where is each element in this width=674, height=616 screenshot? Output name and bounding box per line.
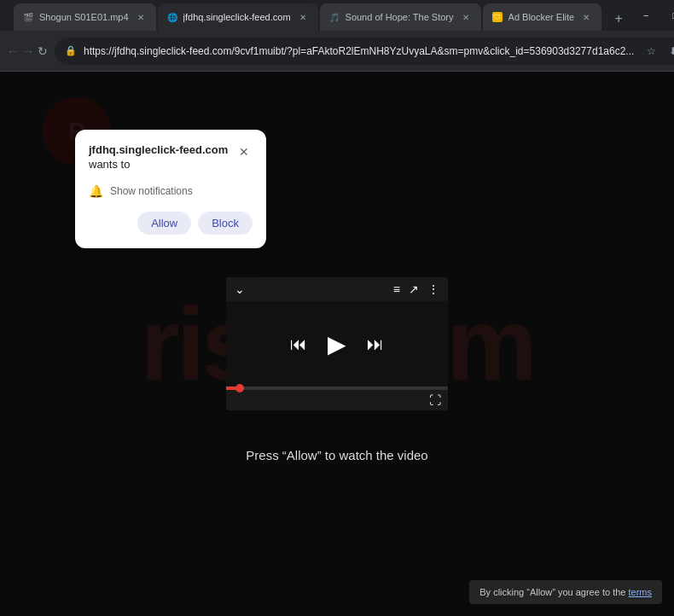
tab-title-shogun: Shogun S01E01.mp4 [39,12,129,22]
forward-button[interactable]: → [22,38,34,65]
video-caption: Press “Allow” to watch the video [246,448,427,462]
chevron-down-icon[interactable]: ⌄ [235,282,245,296]
tab-jfdhq[interactable]: 🌐 jfdhq.singleclick-feed.com ✕ [158,3,318,31]
share-icon[interactable]: ↗ [409,282,419,296]
video-progress-fill [226,386,240,390]
tab-shogun[interactable]: 🎬 Shogun S01E01.mp4 ✕ [14,3,156,31]
terms-link[interactable]: terms [629,587,653,597]
tab-strip: 🎬 Shogun S01E01.mp4 ✕ 🌐 jfdhq.singleclic… [14,0,630,31]
popup-domain: jfdhq.singleclick-feed.com [89,143,228,158]
popup-header: jfdhq.singleclick-feed.com wants to ✕ [89,143,253,181]
playlist-icon[interactable]: ≡ [393,282,400,296]
more-options-icon[interactable]: ⋮ [427,282,439,296]
video-top-bar: ⌄ ≡ ↗ ⋮ [226,277,448,301]
download-button[interactable]: ⬇ [663,41,674,61]
tab-favicon-jfdhq: 🌐 [166,11,178,23]
tab-sound-of-hope[interactable]: 🎵 Sound of Hope: The Story ✕ [320,3,481,31]
bottom-notice-text: By clicking “Allow” you agree to the [479,587,628,597]
bookmark-button[interactable]: ☆ [641,41,661,61]
address-bar[interactable]: 🔒 https://jfdhq.singleclick-feed.com/9cv… [55,38,674,65]
title-bar: 🎬 Shogun S01E01.mp4 ✕ 🌐 jfdhq.singleclic… [0,0,674,31]
address-actions: ☆ ⬇ 👤 ⋮ [641,41,674,61]
address-text: https://jfdhq.singleclick-feed.com/9cvf1… [84,45,634,57]
block-button[interactable]: Block [198,212,253,235]
tab-favicon-adblocker: 🛡 [491,11,503,23]
popup-actions: Allow Block [89,212,253,235]
back-button[interactable]: ← [7,38,19,65]
new-tab-button[interactable]: + [607,7,630,31]
tab-close-sound[interactable]: ✕ [459,10,473,24]
maximize-button[interactable]: □ [663,3,674,27]
bell-icon: 🔔 [89,184,103,198]
window-controls: − □ ✕ [634,3,674,27]
skip-back-button[interactable]: ⏮ [290,334,307,354]
popup-notification-row: 🔔 Show notifications [89,184,253,198]
popup-close-button[interactable]: ✕ [235,143,253,160]
video-fullscreen-bar: ⛶ [226,390,448,410]
tab-title-jfdhq: jfdhq.singleclick-feed.com [183,12,291,22]
toolbar: ← → ↻ 🔒 https://jfdhq.singleclick-feed.c… [0,31,674,72]
video-progress-bar[interactable] [226,386,448,390]
allow-button[interactable]: Allow [137,212,191,235]
fullscreen-button[interactable]: ⛶ [429,393,441,407]
video-progress-dot [235,384,244,392]
shield-icon: 🛡 [492,12,503,22]
tab-title-adblocker: Ad Blocker Elite [508,12,575,22]
notification-popup: jfdhq.singleclick-feed.com wants to ✕ 🔔 … [75,130,266,248]
tab-favicon-shogun: 🎬 [22,11,34,23]
bottom-notice: By clicking “Allow” you agree to the ter… [469,580,662,604]
play-button[interactable]: ▶ [328,330,346,358]
tab-close-adblocker[interactable]: ✕ [579,10,593,24]
popup-notification-text: Show notifications [110,185,193,197]
reload-button[interactable]: ↻ [38,38,48,65]
tab-close-jfdhq[interactable]: ✕ [296,10,310,24]
popup-domain-info: jfdhq.singleclick-feed.com wants to [89,143,228,181]
video-main-area: ⏮ ▶ ⏭ [226,301,448,386]
tab-title-sound: Sound of Hope: The Story [346,12,454,22]
minimize-button[interactable]: − [634,3,658,27]
tab-favicon-sound: 🎵 [328,11,340,23]
video-top-right: ≡ ↗ ⋮ [393,282,439,296]
video-player: ⌄ ≡ ↗ ⋮ ⏮ ▶ ⏭ ⛶ [226,277,448,410]
browser-frame: 🎬 Shogun S01E01.mp4 ✕ 🌐 jfdhq.singleclic… [0,0,674,616]
tab-close-shogun[interactable]: ✕ [134,10,148,24]
lock-icon: 🔒 [65,45,77,56]
popup-wants-to: wants to [89,158,228,171]
video-top-left: ⌄ [235,282,245,296]
skip-forward-button[interactable]: ⏭ [367,334,384,354]
page-content: risa.com R ⌄ ≡ ↗ ⋮ ⏮ ▶ ⏭ [0,72,674,616]
tab-adblocker[interactable]: 🛡 Ad Blocker Elite ✕ [483,3,602,31]
